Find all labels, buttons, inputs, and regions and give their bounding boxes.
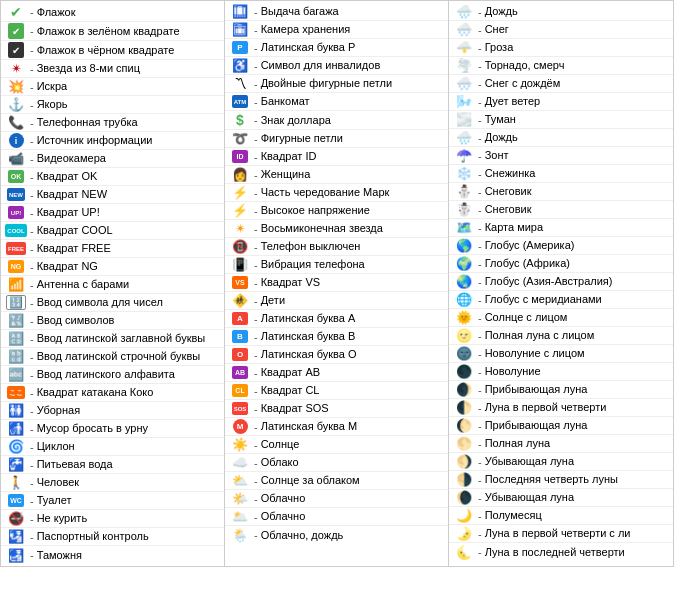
badge_free-icon: FREE — [5, 242, 27, 255]
item-label: Ввод латинской строчной буквы — [37, 349, 201, 363]
list-item: 💥-Искра — [1, 78, 224, 96]
item-label: Дождь — [485, 130, 518, 144]
list-item: ✔-Флажок — [1, 3, 224, 22]
item-label: Латинская буква O — [261, 347, 357, 361]
list-item: COOL-Квадрат COOL — [1, 222, 224, 240]
badge_p-icon: P — [229, 41, 251, 54]
list-item: 🌘-Убывающая луна — [449, 489, 673, 507]
no_smoke-icon: 🚭 — [5, 511, 27, 526]
children-icon: 🚸 — [229, 293, 251, 308]
item-label: Полумесяц — [485, 508, 542, 522]
item-label: Дети — [261, 293, 285, 307]
item-label: Символ для инвалидов — [261, 58, 381, 72]
list-item: 🛃-Таможня — [1, 546, 224, 564]
list-item: 🌍-Глобус (Африка) — [449, 255, 673, 273]
double_curl-icon: 〽 — [229, 76, 251, 91]
list-item: UP!-Квадрат UP! — [1, 204, 224, 222]
item-label: Глобус (Азия-Австралия) — [485, 274, 613, 288]
list-item: 🚭-Не курить — [1, 510, 224, 528]
item-label: Квадрат NEW — [37, 187, 107, 201]
anchor-icon: ⚓ — [5, 97, 27, 112]
list-item: 📶-Антенна с барами — [1, 276, 224, 294]
item-label: Квадрат NG — [37, 259, 98, 273]
woman-icon: 👩 — [229, 167, 251, 182]
list-item: ⛅-Солнце за облаком — [225, 472, 448, 490]
list-item: ✔-Флажок в чёрном квадрате — [1, 41, 224, 60]
list-item: OK-Квадрат OK — [1, 168, 224, 186]
item-label: Циклон — [37, 439, 75, 453]
item-label: Высокое напряжение — [261, 203, 370, 217]
column-3: 🌧️-Дождь🌨️-Снег🌩️-Гроза🌪️-Торнадо, смерч… — [449, 1, 673, 566]
list-item: ☃️-Снеговик — [449, 201, 673, 219]
new_moon-icon: 🌑 — [453, 364, 475, 379]
list-item: 👩-Женщина — [225, 166, 448, 184]
phone_off-icon: 📵 — [229, 239, 251, 254]
list-item: 🌪️-Торнадо, смерч — [449, 57, 673, 75]
spark-icon: 💥 — [5, 79, 27, 94]
list-item: 🌔-Прибывающая луна — [449, 417, 673, 435]
item-label: Ввод символов — [37, 313, 115, 327]
list-item: 🚸-Дети — [225, 292, 448, 310]
list-item: ☀️-Солнце — [225, 436, 448, 454]
list-item: VS-Квадрат VS — [225, 274, 448, 292]
badge_up-icon: UP! — [5, 206, 27, 219]
antenna-icon: 📶 — [5, 277, 27, 292]
item-label: Дует ветер — [485, 94, 541, 108]
list-item: 🌧️-Дождь — [449, 3, 673, 21]
list-item: ⚡-Часть чередование Марк — [225, 184, 448, 202]
badge_cool-icon: COOL — [5, 224, 27, 237]
input_kana-icon: ここ — [5, 386, 27, 399]
input_lat-icon: 🔤 — [5, 367, 27, 382]
snow_rain-icon: 🌨️ — [453, 76, 475, 91]
item-label: Снег — [485, 22, 509, 36]
list-item: 🌖-Убывающая луна — [449, 453, 673, 471]
item-label: Квадрат SOS — [261, 401, 329, 415]
list-item: P-Латинская буква P — [225, 39, 448, 57]
list-item: ➰-Фигурные петли — [225, 130, 448, 148]
list-item: ♿-Символ для инвалидов — [225, 57, 448, 75]
disabled-icon: ♿ — [229, 58, 251, 73]
list-item: 🌥️-Облачно — [225, 508, 448, 526]
cloud3-icon: 🌥️ — [229, 509, 251, 524]
list-item: 🚮-Мусор бросать в урну — [1, 420, 224, 438]
info-icon: i — [5, 133, 27, 148]
list-item: 🌜-Луна в последней четверти — [449, 543, 673, 561]
item-label: Уборная — [37, 403, 80, 417]
globe_am-icon: 🌎 — [453, 238, 475, 253]
list-item: ⚡-Высокое напряжение — [225, 202, 448, 220]
list-item: 🌗-Последняя четверть луны — [449, 471, 673, 489]
item-label: Антенна с барами — [37, 277, 129, 291]
list-item: 📳-Вибрация телефона — [225, 256, 448, 274]
locker-icon: 🛅 — [229, 22, 251, 37]
globe_as-icon: 🌏 — [453, 274, 475, 289]
item-label: Убывающая луна — [485, 490, 574, 504]
item-label: Облачно — [261, 509, 306, 523]
full_moon-icon: 🌕 — [453, 436, 475, 451]
item-label: Не курить — [37, 511, 87, 525]
input_low-icon: 🔡 — [5, 349, 27, 364]
full_moon_face-icon: 🌝 — [453, 328, 475, 343]
list-item: ⚓-Якорь — [1, 96, 224, 114]
item-label: Солнце — [261, 437, 300, 451]
list-item: ✔-Флажок в зелёном квадрате — [1, 22, 224, 41]
item-label: Глобус (Америка) — [485, 238, 575, 252]
item-label: Квадрат AB — [261, 365, 320, 379]
item-label: Женщина — [261, 167, 311, 181]
item-label: Снежинка — [485, 166, 536, 180]
item-label: Латинская буква P — [261, 40, 356, 54]
item-label: Ввод латинской заглавной буквы — [37, 331, 206, 345]
part_alt-icon: ⚡ — [229, 185, 251, 200]
badge_ng-icon: NG — [5, 260, 27, 273]
item-label: Снеговик — [485, 184, 532, 198]
list-item: 🌨️-Снег — [449, 21, 673, 39]
item-label: Ввод латинского алфавита — [37, 367, 175, 381]
list-item: 🌚-Новолуние с лицом — [449, 345, 673, 363]
list-item: 🌐-Глобус с меридианами — [449, 291, 673, 309]
list-item: 🛂-Паспортный контроль — [1, 528, 224, 546]
list-item: 🚶-Человек — [1, 474, 224, 492]
item-label: Флажок в чёрном квадрате — [37, 43, 175, 57]
tornado-icon: 🌪️ — [453, 58, 475, 73]
atm-icon: ATM — [229, 95, 251, 108]
list-item: O-Латинская буква O — [225, 346, 448, 364]
list-item: ☁️-Облако — [225, 454, 448, 472]
